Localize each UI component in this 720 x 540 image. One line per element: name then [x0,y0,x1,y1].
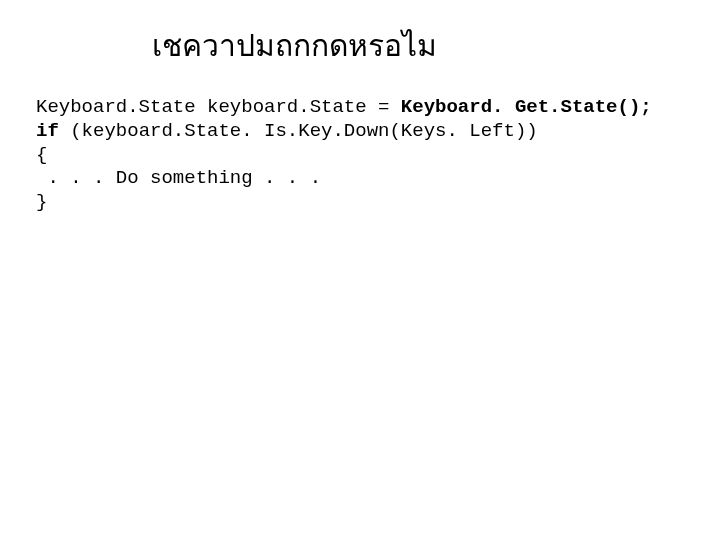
code-line-1-plain: Keyboard.State keyboard.State = [36,96,401,118]
slide-title: เชควาปมถกกดหรอไม [152,22,437,69]
code-line-4: . . . Do something . . . [36,167,321,189]
code-line-1-bold: Keyboard. Get.State(); [401,96,652,118]
code-block: Keyboard.State keyboard.State = Keyboard… [36,96,652,215]
code-line-2-rest: (keyboard.State. Is.Key.Down(Keys. Left)… [70,120,537,142]
code-line-2-keyword: if [36,120,70,142]
code-line-3: { [36,144,47,166]
code-line-5: } [36,191,47,213]
